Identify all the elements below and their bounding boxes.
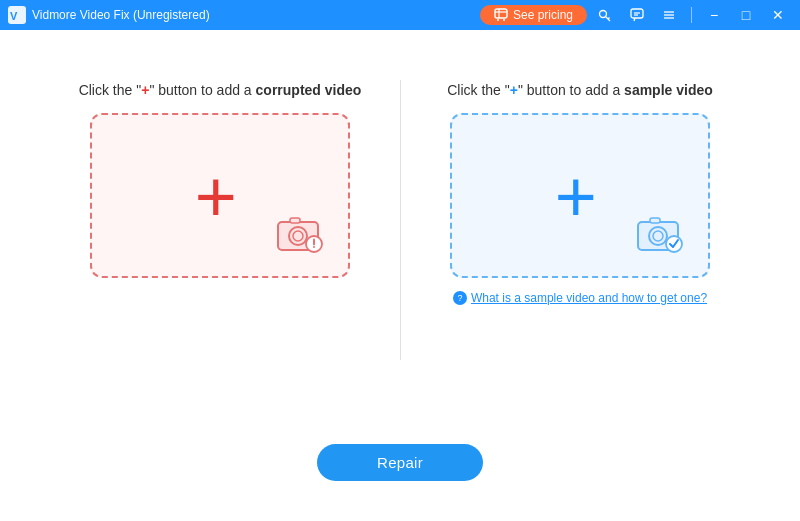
app-logo-icon: V [8, 6, 26, 24]
help-link[interactable]: ? What is a sample video and how to get … [453, 290, 707, 307]
menu-icon-button[interactable] [655, 4, 683, 26]
chat-icon [630, 8, 644, 22]
chat-icon-button[interactable] [623, 4, 651, 26]
svg-rect-26 [650, 218, 660, 223]
title-divider [691, 7, 692, 23]
sample-video-label: Click the "+" button to add a sample vid… [447, 80, 713, 101]
key-icon [598, 8, 612, 22]
sample-video-dropzone[interactable]: + [450, 113, 710, 278]
cart-icon [494, 8, 508, 22]
title-left: V Vidmore Video Fix (Unregistered) [8, 6, 210, 24]
close-icon: ✕ [772, 7, 784, 23]
add-corrupted-plus-icon: + [195, 160, 237, 232]
help-question-icon: ? [453, 291, 467, 305]
svg-rect-2 [495, 9, 507, 18]
upload-area: Click the "+" button to add a corrupted … [0, 30, 800, 327]
see-pricing-button[interactable]: See pricing [480, 5, 587, 25]
menu-icon [662, 8, 676, 22]
maximize-button[interactable]: □ [732, 4, 760, 26]
maximize-icon: □ [742, 7, 750, 23]
svg-text:V: V [10, 10, 18, 22]
svg-point-25 [653, 231, 663, 241]
title-bar: V Vidmore Video Fix (Unregistered) See p… [0, 0, 800, 30]
svg-point-5 [497, 19, 499, 21]
main-content: Click the "+" button to add a corrupted … [0, 30, 800, 521]
app-title: Vidmore Video Fix (Unregistered) [32, 8, 210, 22]
key-icon-button[interactable] [591, 4, 619, 26]
add-sample-plus-icon: + [555, 160, 597, 232]
pricing-label: See pricing [513, 8, 573, 22]
svg-point-7 [600, 11, 607, 18]
plus-blue-label: + [510, 82, 518, 98]
svg-point-18 [293, 231, 303, 241]
sample-video-panel: Click the "+" button to add a sample vid… [400, 80, 760, 307]
help-link-text: What is a sample video and how to get on… [471, 290, 707, 307]
title-controls: See pricing [480, 4, 792, 26]
plus-red-label: + [141, 82, 149, 98]
sample-camera-icon [632, 212, 688, 256]
corrupted-video-dropzone[interactable]: + [90, 113, 350, 278]
close-button[interactable]: ✕ [764, 4, 792, 26]
repair-button[interactable]: Repair [317, 444, 483, 481]
svg-point-22 [313, 246, 315, 248]
minimize-icon: − [710, 7, 718, 23]
minimize-button[interactable]: − [700, 4, 728, 26]
corrupted-camera-icon [272, 212, 328, 256]
corrupted-video-label: Click the "+" button to add a corrupted … [79, 80, 362, 101]
corrupted-video-panel: Click the "+" button to add a corrupted … [40, 80, 400, 278]
svg-point-6 [503, 19, 505, 21]
svg-rect-19 [290, 218, 300, 223]
svg-line-9 [608, 18, 610, 20]
